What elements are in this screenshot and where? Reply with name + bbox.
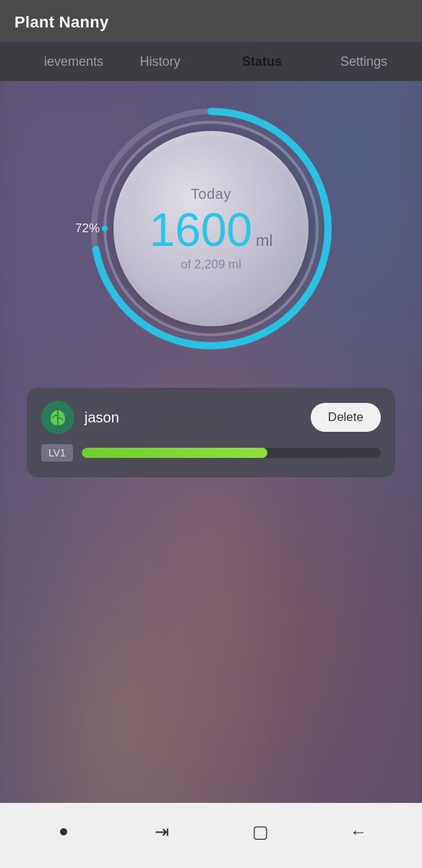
nav-recents-button[interactable]: ⇥: [140, 810, 184, 854]
nav-dot-button[interactable]: [42, 810, 85, 854]
percent-dot: [102, 226, 108, 231]
main-content: 72% Today 1600 ml of 2,209 ml: [0, 77, 422, 803]
app-title: Plant Nanny: [14, 13, 108, 31]
tab-history[interactable]: History: [109, 43, 211, 81]
xp-progress-bar: [82, 448, 381, 458]
water-amount: 1600: [150, 207, 252, 253]
delete-button[interactable]: Delete: [311, 403, 381, 432]
percent-label: 72%: [75, 221, 108, 236]
plant-card-header: jason Delete: [41, 401, 381, 434]
app-header: Plant Nanny: [0, 0, 422, 42]
nav-back-icon: ←: [350, 822, 367, 842]
circle-value: 1600 ml: [150, 207, 273, 253]
nav-home-icon: ▢: [252, 822, 269, 842]
today-label: Today: [191, 186, 231, 203]
xp-progress-fill: [82, 448, 267, 458]
tab-bar: ievements History Status Settings: [0, 42, 422, 81]
plant-avatar: [41, 401, 74, 434]
circle-inner: Today 1600 ml of 2,209 ml: [113, 131, 309, 326]
nav-back-button[interactable]: ←: [337, 810, 380, 854]
plant-info: jason: [41, 401, 119, 434]
water-total: of 2,209 ml: [181, 258, 241, 272]
percent-value: 72%: [75, 221, 100, 236]
plant-card: jason Delete LV1: [27, 388, 395, 477]
progress-circle: 72% Today 1600 ml of 2,209 ml: [88, 106, 334, 352]
level-badge: LV1: [41, 444, 73, 461]
tab-achievements[interactable]: ievements: [7, 43, 109, 81]
bottom-nav: ⇥ ▢ ←: [0, 803, 422, 868]
nav-dot-icon: [60, 828, 67, 835]
leaf-icon: [48, 407, 68, 427]
tab-settings[interactable]: Settings: [313, 43, 415, 81]
plant-name: jason: [85, 409, 119, 426]
nav-recents-icon: ⇥: [155, 822, 169, 842]
tab-status[interactable]: Status: [211, 43, 313, 81]
plant-level-row: LV1: [41, 444, 381, 461]
water-unit: ml: [256, 231, 272, 250]
nav-home-button[interactable]: ▢: [238, 810, 282, 854]
